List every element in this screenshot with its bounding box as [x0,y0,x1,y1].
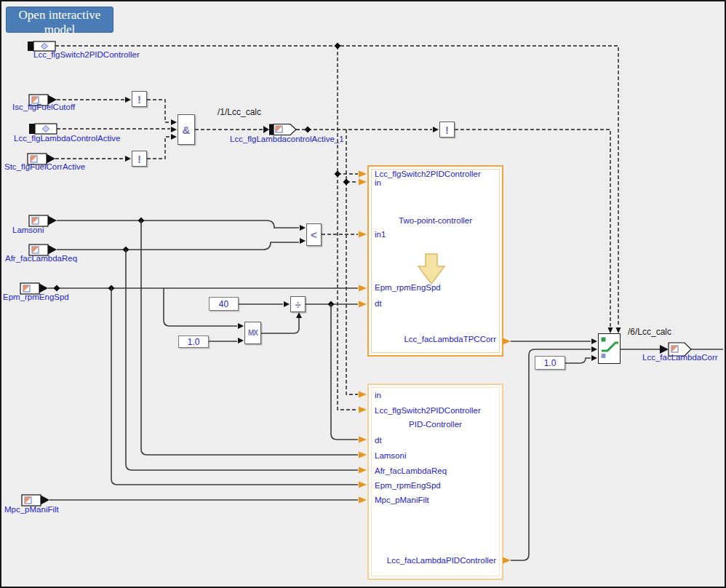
wire-divide-to-dt [306,301,358,440]
source-label: Lcc_flgLambdaControlActive [14,134,120,143]
sink-label: Lcc_facLambdaCorr [642,353,718,362]
divide-glyph: ÷ [295,299,300,310]
source-label: Epm_rpmEngSpd [3,293,69,301]
source-label: Isc_flgFuelCutoff [12,103,75,111]
signal-icon [276,126,282,132]
wire-epm-rpmengspd [48,285,358,485]
constant-40[interactable]: 40 [209,297,239,311]
wire-minmax-to-divide [261,312,302,333]
constant-1-0-switch[interactable]: 1.0 [535,356,565,370]
and-block[interactable]: & [177,114,195,145]
boolean-diamond-icon [43,126,49,132]
pid-port-label: Lcc_flgSwitch2PIDController [375,406,481,415]
not-glyph: ! [137,154,141,164]
tpc-output-label: Lcc_facLambdaTPCCorr [404,335,496,343]
tpc-port-label: in1 [375,230,386,239]
open-interactive-model-button[interactable]: Open interactive model [6,7,113,33]
less-than-glyph: < [311,229,317,240]
not-block-2[interactable]: ! [132,151,147,167]
switch-block[interactable] [598,333,621,364]
two-point-controller-subsystem[interactable]: Lcc_flgSwitch2PIDController in Two-point… [367,165,503,357]
pid-port-label: in [375,391,381,400]
window-border [0,0,726,588]
boolean-diamond-icon [41,44,48,49]
source-label: Mpc_pManiFilt [4,505,59,514]
source-block-mpc-pmanifilt[interactable] [22,495,49,506]
not-glyph: ! [445,124,449,135]
pid-port-label: Lamsoni [375,451,406,460]
source-block-lamsoni[interactable] [29,215,57,226]
annotation-and-output: /1/Lcc_calc [218,107,261,117]
pid-controller-subsystem[interactable]: in Lcc_flgSwitch2PIDController PID-Contr… [367,384,503,580]
pid-port-label: Afr_facLambdaReq [375,466,447,475]
signal-icon [32,218,39,224]
model-canvas: Open interactive model Lcc_flgSwitch2PID… [0,0,726,588]
signal-icon [32,247,39,253]
wire-afr-faclambdareq [57,238,358,470]
wire-constant-40 [239,301,290,307]
pid-port-label: Mpc_pManiFilt [375,496,429,504]
divide-block[interactable]: ÷ [290,296,306,312]
source-label: Stc_flgFuelCorrActive [4,162,85,171]
not-block-3[interactable]: ! [439,122,455,138]
source-block-lcc-flglambdacontrolactive[interactable] [29,124,57,134]
not-block-1[interactable]: ! [132,91,147,107]
pid-output-label: Lcc_facLambdaPIDController [387,556,496,565]
wire-lcc-flglambdacontrolactive [57,127,177,132]
wire-constant-to-switch [565,355,597,363]
tpc-port-label: Lcc_flgSwitch2PIDController [375,170,481,178]
minmax-glyph: MX [248,330,258,337]
pid-port-label: Epm_rpmEngSpd [375,481,441,490]
wire-constant-1-0 [209,338,244,343]
not-glyph: ! [137,94,141,105]
constant-1-0[interactable]: 1.0 [178,335,209,348]
signal-icon [25,497,31,504]
subsystem-port-arrows [359,171,367,504]
tpc-port-label: in [375,178,381,187]
less-than-block[interactable]: < [306,223,322,246]
signal-icon [31,156,37,162]
source-label: Lamsoni [12,226,44,234]
wire-tpc-output-to-switch [503,338,597,345]
tpc-port-label: Epm_rpmEngSpd [375,283,441,292]
minmax-block[interactable]: MX [244,322,261,344]
and-glyph: & [183,124,191,135]
wire-pid-output-to-switch [503,346,597,564]
annotation-switch-output: /6/Lcc_calc [628,327,671,337]
signal-icon [671,346,678,352]
tpc-port-label: dt [375,299,382,308]
signal-icon [23,285,30,292]
pid-title: PID-Controller [369,420,502,429]
tpc-title: Two-point-controller [369,216,502,225]
pid-port-label: dt [375,436,382,445]
named-signal-block-lambdacontrolactive-1[interactable] [263,124,296,135]
named-signal-label: Lcc_flgLambdacontrolActive_1 [230,135,344,143]
wire-overlay [0,0,726,588]
source-label: Afr_facLambdaReq [5,254,77,263]
source-label: Lcc_flgSwitch2PIDController [33,50,140,59]
